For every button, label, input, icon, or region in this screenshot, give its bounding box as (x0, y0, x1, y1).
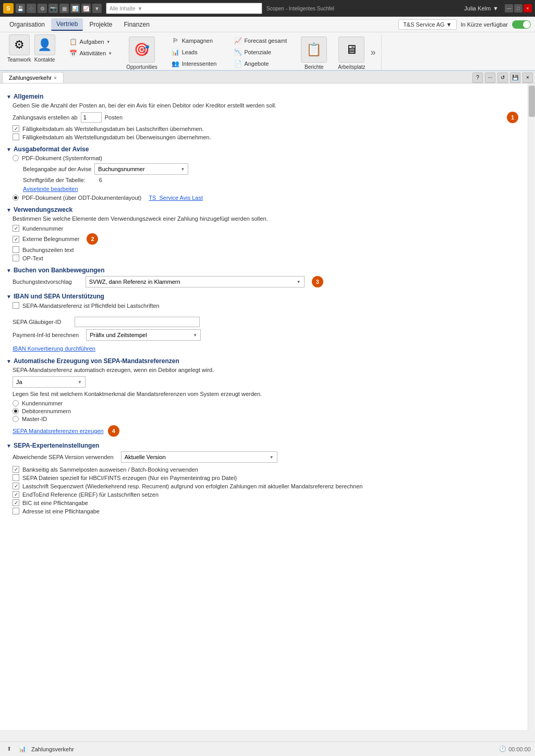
section-sepa-mandat-arrow[interactable]: ▼ (6, 358, 11, 364)
sepa-version-select[interactable]: Aktuelle Version ▼ (121, 451, 277, 463)
company-selector[interactable]: T&S Service AG ▼ (398, 19, 456, 30)
menu-projekte[interactable]: Projekte (84, 19, 117, 30)
cb-adresse[interactable] (13, 508, 19, 514)
buchungstextvorschlag-arrow: ▼ (297, 280, 301, 284)
buchungstextvorschlag-row: Buchungstextvorschlag SVWZ, dann Referen… (13, 276, 529, 287)
aufgaben-button[interactable]: 📋 Aufgaben ▼ (66, 37, 116, 47)
availability-toggle[interactable] (512, 20, 531, 29)
angebote-button[interactable]: 📄 Angebote (230, 58, 290, 69)
teamwork-button[interactable]: ⚙ (9, 34, 30, 55)
app-icon[interactable]: S (3, 3, 14, 14)
dropdown-icon[interactable]: ▼ (92, 4, 102, 13)
refresh-button[interactable]: ↺ (497, 73, 508, 83)
scrollbar[interactable] (528, 83, 535, 730)
forecast-button[interactable]: 📈 Forecast gesamt (230, 35, 290, 46)
sepa-mandat-dropdown[interactable]: Ja ▼ (13, 376, 86, 388)
close-button[interactable]: × (524, 4, 532, 13)
sepa-glaeubiger-input[interactable] (75, 317, 200, 327)
cb-bic[interactable]: ✓ (13, 499, 19, 506)
menu-vertrieb[interactable]: Vertrieb (51, 18, 83, 31)
odt-layout-link[interactable]: TS_Service Avis Last (149, 195, 203, 201)
cb-faelligkeit-ueberweisung[interactable] (13, 134, 19, 140)
tab-close-button[interactable]: × (54, 75, 57, 81)
cb-externe-belegnummer-row: ✓ Externe Belegnummer 2 (13, 233, 529, 245)
cb-sepa-mandatory[interactable] (13, 302, 19, 309)
section-verwendungszweck-arrow[interactable]: ▼ (6, 207, 11, 213)
section-ausgabeformat-title: Ausgabeformat der Avise (14, 146, 89, 153)
cb-sammelposten[interactable]: ✓ (13, 466, 19, 473)
close-tab-button[interactable]: × (522, 73, 533, 83)
schriftgroesse-form-row: Schriftgröße der Tabelle: 6 (23, 177, 529, 183)
maximize-button[interactable]: □ (514, 4, 522, 13)
quick-access-icons: 💾 ➕ ⚙ 📷 ▦ 📊 📈 ▼ (16, 4, 102, 13)
ribbon-group-main: ⚙ Teamwork 👤 Kontakte 📋 Aufgaben ▼ 📅 Akt… (4, 34, 382, 70)
kontakte-label: Kontakte (34, 57, 55, 63)
menu-finanzen[interactable]: Finanzen (118, 19, 154, 30)
radio-pdf-odt[interactable] (13, 195, 19, 201)
cb-check-k: ✓ (14, 225, 18, 231)
aktivitaeten-button[interactable]: 📅 Aktivitäten ▼ (66, 48, 116, 58)
berichte-button[interactable]: 📋 (301, 37, 327, 63)
radio-kundennummer-sepa[interactable] (13, 400, 19, 406)
radio-debitorennummern[interactable] (13, 408, 19, 414)
cb-buchungszeilen[interactable] (13, 246, 19, 253)
section-verwendungszweck-body: Bestimmen Sie welche Elemente dem Verwen… (6, 215, 529, 261)
menu-organisation[interactable]: Organisation (4, 19, 50, 30)
cb-faelligkeit-ueberweisung-label: Fälligkeitsdatum als Wertstellungsdatum … (22, 134, 211, 140)
section-sepa-expert-arrow[interactable]: ▼ (6, 443, 11, 449)
user-area[interactable]: Julia Kelm ▼ (464, 5, 498, 11)
potenziale-button[interactable]: 📉 Potenziale (230, 47, 290, 57)
kontakte-button[interactable]: 👤 (34, 34, 55, 55)
radio-pdf-system[interactable] (13, 155, 19, 161)
section-ausgabeformat-arrow[interactable]: ▼ (6, 147, 11, 152)
cb-hbci[interactable] (13, 474, 19, 481)
search-box[interactable]: Alle Inhalte ▼ (106, 3, 262, 14)
help-button[interactable]: ? (472, 73, 483, 83)
buchungstextvorschlag-select[interactable]: SVWZ, dann Referenz in Klammern ▼ (86, 276, 305, 287)
cb-buchungszeilen-label: Buchungszeilen text (22, 247, 74, 253)
options-button[interactable]: ··· (485, 73, 495, 83)
settings-icon[interactable]: ⚙ (38, 4, 47, 13)
opportunities-button[interactable]: 🎯 (129, 37, 155, 63)
section-iban-arrow[interactable]: ▼ (6, 294, 11, 299)
sepa-mandat-link[interactable]: SEPA Mandatsreferenzen erzeugen (13, 428, 104, 434)
camera-icon[interactable]: 📷 (48, 4, 58, 13)
radio-master-id[interactable] (13, 416, 19, 422)
section-bankbewegungen-arrow[interactable]: ▼ (6, 268, 11, 273)
cb-sepa-mandatory-row: SEPA-Mandatsreferenz ist Pflichtfeld bei… (13, 302, 529, 309)
cb-kundennummer[interactable]: ✓ (13, 225, 19, 232)
add-icon[interactable]: ➕ (27, 4, 36, 13)
sepa-mandat-value: Ja (16, 379, 22, 385)
chart-icon[interactable]: 📈 (81, 4, 91, 13)
cb-faelligkeit-lastschrift[interactable]: ✓ (13, 125, 19, 132)
cb-eref[interactable]: ✓ (13, 491, 19, 498)
save-tab-button[interactable]: 💾 (510, 73, 520, 83)
payment-inf-select[interactable]: Präfix und Zeitstempel ▼ (86, 329, 201, 341)
ribbon-more-button[interactable]: » (369, 47, 378, 58)
iban-konvertierung-link[interactable]: IBAN Konvertierung durchführen (13, 345, 95, 352)
cb-lastschrift-seq[interactable]: ✓ (13, 483, 19, 489)
section-allgemein-arrow[interactable]: ▼ (6, 94, 11, 100)
ribbon: ⚙ Teamwork 👤 Kontakte 📋 Aufgaben ▼ 📅 Akt… (0, 32, 535, 71)
save-icon[interactable]: 💾 (16, 4, 25, 13)
tab-zahlungsverkehr[interactable]: Zahlungsverkehr × (2, 72, 64, 83)
cb-optext[interactable] (13, 255, 19, 261)
section-ausgabeformat-header: ▼ Ausgabeformat der Avise (6, 146, 529, 153)
grid-icon[interactable]: ▦ (59, 4, 69, 13)
belegangabe-select[interactable]: Buchungsnummer ▼ (94, 163, 188, 175)
table-icon[interactable]: 📊 (70, 4, 80, 13)
leads-button[interactable]: 📊 Leads (168, 47, 220, 57)
radio-pdf-system-label: PDF-Dokument (Systemformat) (22, 155, 102, 161)
radio-dot (14, 196, 17, 199)
arbeitsplatz-button[interactable]: 🖥 (338, 37, 364, 63)
sepa-mandat-link-row: SEPA Mandatsreferenzen erzeugen 4 (13, 425, 529, 437)
cb-eref-label: EndToEnd Reference (EREF) für Lastschrif… (22, 491, 159, 498)
minimize-button[interactable]: — (505, 4, 513, 13)
avistexte-link[interactable]: Avisetexte bearbeiten (23, 186, 78, 192)
zahlungsavis-input[interactable] (81, 112, 102, 123)
cb-externe-belegnummer[interactable]: ✓ (13, 236, 19, 243)
status-right: 🕐 00:00:00 (499, 746, 531, 752)
interessenten-button[interactable]: 👥 Interessenten (168, 58, 220, 69)
kampagnen-button[interactable]: 🏳 Kampagnen (168, 35, 220, 46)
cb-check-icon: ✓ (14, 126, 18, 131)
